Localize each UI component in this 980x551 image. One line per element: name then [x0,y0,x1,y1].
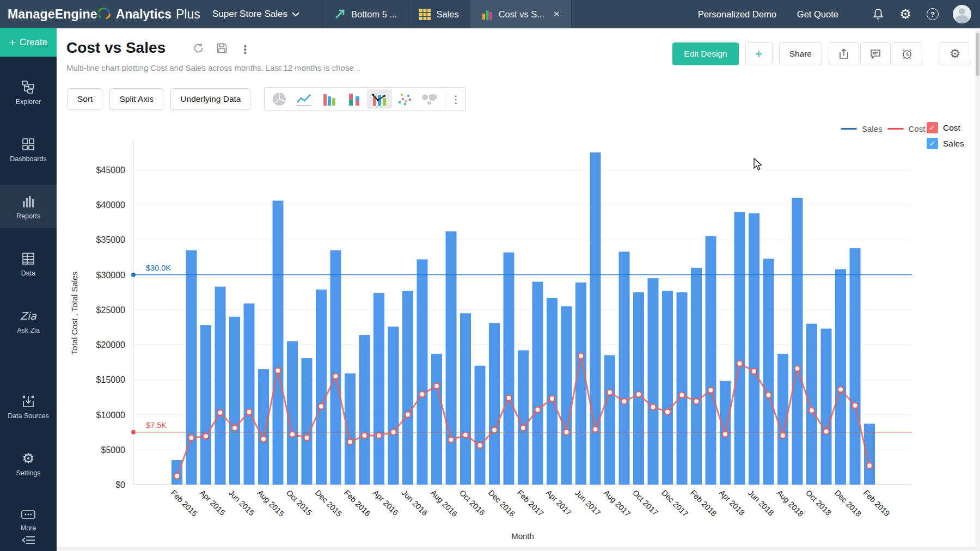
cost-point-Sep 2017[interactable] [621,399,627,404]
close-tab-icon[interactable]: ✕ [553,9,560,19]
cost-point-Sep 2016[interactable] [448,437,454,443]
sales-bar-Jun 2018[interactable] [749,213,759,485]
sales-bar-Jan 2016[interactable] [330,250,341,485]
sales-bar-Oct 2017[interactable] [633,292,644,485]
cost-point-May 2016[interactable] [390,429,396,434]
sales-bar-Nov 2018[interactable] [821,329,832,485]
sidebar-item-settings[interactable]: ⚙ Settings [0,442,57,485]
gear-icon[interactable]: ⚙ [898,7,912,21]
cost-point-Nov 2018[interactable] [823,428,829,434]
sales-bar-May 2016[interactable] [388,327,399,485]
sales-bar-Oct 2016[interactable] [460,313,471,485]
cost-point-Feb 2019[interactable] [867,463,872,468]
sales-bar-Sep 2018[interactable] [792,198,803,485]
cost-point-Jul 2018[interactable] [765,392,771,397]
reference-line-handle[interactable] [131,273,136,277]
sales-bar-Nov 2016[interactable] [475,366,486,485]
sales-bar-Feb 2019[interactable] [864,424,875,485]
cost-point-Mar 2018[interactable] [708,387,713,393]
cost-point-Aug 2017[interactable] [607,389,612,395]
cost-point-Oct 2016[interactable] [463,432,468,438]
cost-point-May 2015[interactable] [217,410,223,415]
cost-point-Nov 2016[interactable] [477,443,482,448]
sales-bar-Jul 2016[interactable] [417,259,428,485]
cost-point-Apr 2015[interactable] [203,433,209,439]
tab-bottom-5[interactable]: Bottom 5 ... [322,0,408,28]
sales-bar-Mar 2016[interactable] [359,335,370,485]
cost-point-Jul 2017[interactable] [592,426,598,432]
cost-point-Sep 2018[interactable] [794,366,800,371]
create-button[interactable]: + Create [0,28,57,57]
sidebar-item-data-sources[interactable]: Data Sources [0,385,57,428]
sales-bar-Aug 2017[interactable] [604,355,615,485]
vertical-scrollbar[interactable] [975,28,980,551]
cost-point-Dec 2017[interactable] [665,409,670,414]
cost-point-May 2017[interactable] [564,429,569,434]
sidebar-item-data[interactable]: Data [0,242,57,285]
sales-bar-Jul 2018[interactable] [763,259,774,485]
sales-bar-Jan 2018[interactable] [677,292,688,485]
sales-bar-Sep 2016[interactable] [446,231,457,485]
sales-bar-Jan 2019[interactable] [850,248,861,485]
cost-point-Oct 2017[interactable] [636,391,641,397]
collapse-sidebar-icon[interactable] [0,534,57,546]
cost-point-Dec 2018[interactable] [838,387,843,392]
sidebar-item-ask-zia[interactable]: Zia Ask Zia [0,299,57,342]
cost-point-Apr 2017[interactable] [549,396,555,401]
tab-sales[interactable]: Sales [408,0,469,28]
scrollbar-thumb[interactable] [976,33,979,76]
cost-point-Aug 2018[interactable] [780,433,786,438]
cost-point-Oct 2015[interactable] [290,431,295,437]
reference-line-handle[interactable] [131,430,136,434]
sales-bar-Dec 2016[interactable] [489,323,500,485]
cost-point-Mar 2016[interactable] [362,433,367,438]
sales-bar-May 2017[interactable] [561,306,572,485]
cost-point-Apr 2016[interactable] [376,433,382,438]
sales-bar-Dec 2017[interactable] [662,291,673,485]
sidebar-item-dashboards[interactable]: Dashboards [0,128,57,171]
sales-bar-Jun 2015[interactable] [229,317,240,485]
cost-point-Aug 2015[interactable] [261,436,266,442]
sales-bar-Oct 2018[interactable] [806,324,817,485]
sales-bar-Jun 2016[interactable] [402,291,413,485]
sales-bar-Jun 2017[interactable] [575,283,586,485]
sales-bar-Dec 2015[interactable] [316,290,327,485]
cost-point-Feb 2015[interactable] [174,473,180,479]
sales-bar-Mar 2017[interactable] [532,282,543,485]
help-icon[interactable]: ? [926,7,940,21]
sales-bar-Nov 2015[interactable] [302,358,313,485]
sales-bar-Dec 2018[interactable] [835,269,846,485]
tab-cost-vs-sales[interactable]: Cost vs S... ✕ [470,0,572,28]
cost-point-Sep 2015[interactable] [275,368,280,373]
sales-bar-Apr 2017[interactable] [547,298,558,485]
sales-bar-Sep 2017[interactable] [619,252,630,485]
cost-point-Mar 2015[interactable] [188,435,194,440]
cost-point-Jan 2016[interactable] [333,374,338,379]
cost-point-Jan 2018[interactable] [679,392,684,397]
sales-bar-Mar 2018[interactable] [706,236,716,485]
sales-bar-Feb 2017[interactable] [518,350,529,485]
personalized-demo-link[interactable]: Personalized Demo [698,9,776,20]
sales-bar-Apr 2016[interactable] [373,293,384,485]
sales-bar-May 2018[interactable] [734,212,745,485]
sales-bar-Feb 2016[interactable] [345,374,356,485]
cost-point-Jun 2018[interactable] [751,369,757,374]
cost-point-Jul 2015[interactable] [246,409,252,414]
cost-point-Jun 2016[interactable] [405,412,411,417]
sales-bar-Nov 2017[interactable] [648,278,659,485]
sales-bar-May 2015[interactable] [215,287,226,485]
cost-point-Dec 2015[interactable] [318,403,324,409]
sales-bar-Apr 2015[interactable] [200,325,211,485]
cost-point-Aug 2016[interactable] [434,383,439,389]
cost-point-Feb 2016[interactable] [347,439,353,444]
sales-bar-Jan 2017[interactable] [504,253,514,485]
cost-point-Jan 2017[interactable] [506,395,511,401]
cost-point-Feb 2018[interactable] [694,399,699,404]
cost-point-Feb 2017[interactable] [520,425,526,431]
cost-point-Jun 2017[interactable] [578,353,584,358]
bell-icon[interactable] [871,7,885,21]
cost-point-Apr 2018[interactable] [722,431,728,437]
sales-bar-Feb 2018[interactable] [691,268,702,485]
cost-point-Jan 2019[interactable] [852,403,857,408]
get-quote-link[interactable]: Get Quote [797,9,838,20]
